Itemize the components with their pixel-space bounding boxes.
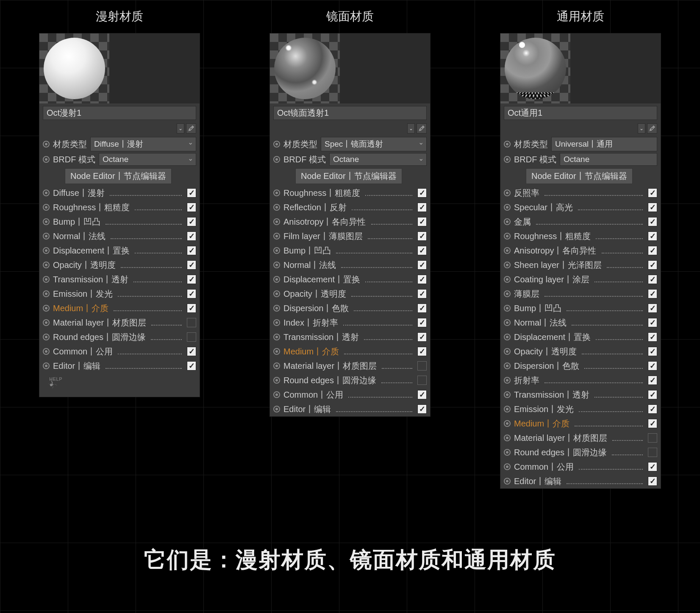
channel-checkbox[interactable]: ✓ <box>648 231 657 241</box>
radio-icon[interactable] <box>504 391 511 398</box>
radio-icon[interactable] <box>504 362 511 369</box>
radio-icon[interactable] <box>273 348 280 355</box>
channel-checkbox[interactable]: ✓ <box>417 275 427 284</box>
picker-icon[interactable] <box>647 123 657 134</box>
radio-icon[interactable] <box>273 362 280 369</box>
channel-checkbox[interactable]: ✓ <box>417 188 427 198</box>
channel-checkbox[interactable]: ✓ <box>187 361 196 371</box>
material-type-select[interactable]: Diffuse丨漫射 <box>90 137 196 151</box>
radio-icon[interactable] <box>504 334 511 340</box>
mini-dropdown[interactable]: ⌄ <box>177 123 184 134</box>
channel-checkbox[interactable]: ✓ <box>417 260 427 270</box>
channel-checkbox[interactable]: ✓ <box>187 275 196 284</box>
channel-checkbox[interactable]: ✓ <box>417 217 427 226</box>
radio-icon[interactable] <box>504 449 511 456</box>
channel-checkbox[interactable]: ✓ <box>417 231 427 241</box>
help-icon[interactable]: HELP <box>44 376 62 393</box>
radio-icon[interactable] <box>273 406 280 412</box>
radio-icon[interactable] <box>504 262 511 268</box>
channel-checkbox[interactable]: ✓ <box>417 203 427 212</box>
radio-icon[interactable] <box>43 141 50 148</box>
channel-checkbox[interactable]: ✓ <box>417 318 427 327</box>
radio-icon[interactable] <box>43 334 50 340</box>
material-name-input[interactable] <box>504 106 657 120</box>
radio-icon[interactable] <box>504 233 511 240</box>
material-type-select[interactable]: Spec丨镜面透射 <box>321 137 427 151</box>
node-editor-button[interactable]: Node Editor丨节点编辑器 <box>65 168 172 184</box>
channel-checkbox[interactable]: ✓ <box>187 347 196 356</box>
channel-checkbox[interactable]: ✓ <box>648 289 657 298</box>
radio-icon[interactable] <box>43 276 50 283</box>
radio-icon[interactable] <box>504 420 511 427</box>
channel-checkbox[interactable]: ✓ <box>417 361 427 371</box>
channel-checkbox[interactable]: ✓ <box>187 188 196 198</box>
radio-icon[interactable] <box>273 305 280 312</box>
channel-checkbox[interactable]: ✓ <box>648 188 657 198</box>
radio-icon[interactable] <box>504 406 511 412</box>
channel-checkbox[interactable]: ✓ <box>187 231 196 241</box>
radio-icon[interactable] <box>273 204 280 211</box>
radio-icon[interactable] <box>43 290 50 297</box>
channel-checkbox[interactable]: ✓ <box>417 404 427 414</box>
channel-checkbox[interactable]: ✓ <box>417 332 427 342</box>
radio-icon[interactable] <box>504 218 511 225</box>
channel-checkbox[interactable]: ✓ <box>648 390 657 399</box>
channel-checkbox[interactable]: ✓ <box>187 217 196 226</box>
radio-icon[interactable] <box>504 156 511 163</box>
channel-checkbox[interactable]: ✓ <box>187 289 196 298</box>
radio-icon[interactable] <box>43 362 50 369</box>
channel-checkbox[interactable]: ✓ <box>648 275 657 284</box>
material-name-input[interactable] <box>43 106 196 120</box>
channel-checkbox[interactable]: ✓ <box>187 332 196 342</box>
radio-icon[interactable] <box>504 276 511 283</box>
radio-icon[interactable] <box>43 233 50 240</box>
radio-icon[interactable] <box>273 391 280 398</box>
radio-icon[interactable] <box>504 305 511 312</box>
radio-icon[interactable] <box>43 262 50 268</box>
channel-checkbox[interactable]: ✓ <box>648 304 657 313</box>
mini-dropdown[interactable]: ⌄ <box>407 123 415 134</box>
channel-checkbox[interactable]: ✓ <box>417 390 427 399</box>
channel-checkbox[interactable]: ✓ <box>417 376 427 385</box>
channel-checkbox[interactable]: ✓ <box>417 304 427 313</box>
radio-icon[interactable] <box>43 247 50 254</box>
channel-checkbox[interactable]: ✓ <box>648 448 657 457</box>
channel-checkbox[interactable]: ✓ <box>648 376 657 385</box>
radio-icon[interactable] <box>504 290 511 297</box>
radio-icon[interactable] <box>273 290 280 297</box>
radio-icon[interactable] <box>504 141 511 148</box>
radio-icon[interactable] <box>273 377 280 384</box>
radio-icon[interactable] <box>273 319 280 326</box>
mini-dropdown[interactable]: ⌄ <box>638 123 645 134</box>
channel-checkbox[interactable]: ✓ <box>648 217 657 226</box>
radio-icon[interactable] <box>273 156 280 163</box>
channel-checkbox[interactable]: ✓ <box>648 476 657 486</box>
channel-checkbox[interactable]: ✓ <box>648 332 657 342</box>
radio-icon[interactable] <box>43 348 50 355</box>
radio-icon[interactable] <box>273 233 280 240</box>
material-name-input[interactable] <box>273 106 427 120</box>
channel-checkbox[interactable]: ✓ <box>648 318 657 327</box>
picker-icon[interactable] <box>186 123 196 134</box>
radio-icon[interactable] <box>273 247 280 254</box>
channel-checkbox[interactable]: ✓ <box>648 404 657 414</box>
channel-checkbox[interactable]: ✓ <box>648 246 657 255</box>
radio-icon[interactable] <box>504 478 511 485</box>
channel-checkbox[interactable]: ✓ <box>187 318 196 327</box>
radio-icon[interactable] <box>273 276 280 283</box>
radio-icon[interactable] <box>273 334 280 340</box>
channel-checkbox[interactable]: ✓ <box>187 304 196 313</box>
radio-icon[interactable] <box>43 305 50 312</box>
radio-icon[interactable] <box>273 141 280 148</box>
channel-checkbox[interactable]: ✓ <box>648 419 657 428</box>
channel-checkbox[interactable]: ✓ <box>187 203 196 212</box>
node-editor-button[interactable]: Node Editor丨节点编辑器 <box>526 168 633 184</box>
radio-icon[interactable] <box>273 189 280 196</box>
radio-icon[interactable] <box>504 189 511 196</box>
radio-icon[interactable] <box>504 204 511 211</box>
channel-checkbox[interactable]: ✓ <box>648 203 657 212</box>
channel-checkbox[interactable]: ✓ <box>187 246 196 255</box>
picker-icon[interactable] <box>417 123 427 134</box>
radio-icon[interactable] <box>504 319 511 326</box>
node-editor-button[interactable]: Node Editor丨节点编辑器 <box>295 168 402 184</box>
